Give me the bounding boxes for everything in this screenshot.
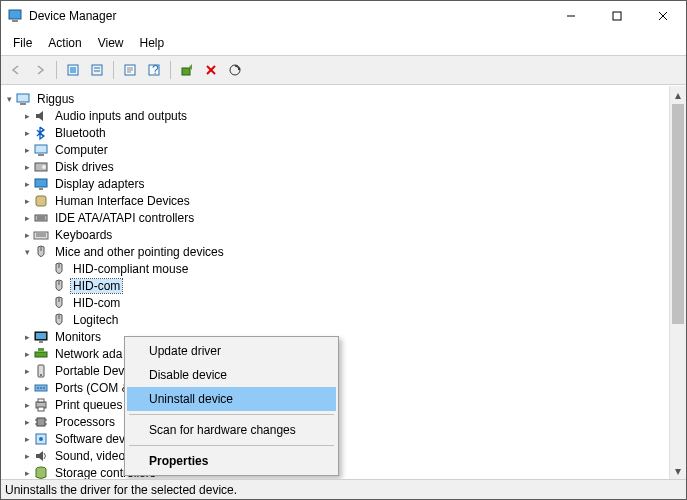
context-menu-item-3[interactable]: Scan for hardware changes [127,418,336,442]
computer-root-icon [15,91,31,107]
scroll-up-icon[interactable]: ▴ [670,86,686,103]
toolbar-separator [56,61,57,79]
close-button[interactable] [640,1,686,31]
toolbar: ? [1,56,686,85]
menu-help[interactable]: Help [132,33,173,53]
svg-rect-1 [12,20,18,22]
tree-node-label: Bluetooth [53,126,108,140]
context-menu-item-0[interactable]: Update driver [127,339,336,363]
expander-icon[interactable]: ▸ [21,128,33,138]
expander-icon[interactable]: ▸ [21,162,33,172]
tree-category-1[interactable]: ▸Bluetooth [3,125,669,141]
tree-category-2[interactable]: ▸Computer [3,142,669,158]
tree-device-8-3[interactable]: Logitech [3,312,669,328]
menu-action[interactable]: Action [40,33,89,53]
tree-node-label: Processors [53,415,117,429]
svg-rect-0 [9,10,21,19]
expander-icon[interactable]: ▸ [21,179,33,189]
tree-node-label: IDE ATA/ATAPI controllers [53,211,196,225]
scroll-thumb[interactable] [672,104,684,324]
window-title: Device Manager [29,9,548,23]
computer-icon [33,142,49,158]
tree-device-8-1[interactable]: HID-com [3,278,669,294]
expander-icon[interactable]: ▸ [21,451,33,461]
cpu-icon [33,414,49,430]
tree-node-label: Ports (COM & [53,381,132,395]
svg-rect-23 [35,145,47,153]
expander-icon[interactable]: ▸ [21,111,33,121]
svg-point-47 [40,374,42,376]
expander-icon[interactable]: ▸ [21,230,33,240]
expander-icon[interactable]: ▸ [21,383,33,393]
expander-icon[interactable]: ▸ [21,417,33,427]
hid-icon [33,193,49,209]
up-level-button[interactable] [62,59,84,81]
expander-icon[interactable]: ▸ [21,400,33,410]
context-menu-item-4[interactable]: Properties [127,449,336,473]
svg-rect-24 [38,154,44,156]
vertical-scrollbar[interactable]: ▴ ▾ [669,86,686,479]
svg-rect-28 [39,188,43,190]
svg-point-26 [42,165,46,169]
tree-node-label: Keyboards [53,228,114,242]
uninstall-button[interactable] [200,59,222,81]
minimize-button[interactable] [548,1,594,31]
tree-node-label: Disk drives [53,160,116,174]
tree-category-8[interactable]: ▾Mice and other pointing devices [3,244,669,260]
expander-icon[interactable]: ▸ [21,145,33,155]
svg-rect-45 [38,348,44,351]
mouse-icon [51,261,67,277]
svg-point-61 [39,437,43,441]
context-menu-item-2[interactable]: Uninstall device [127,387,336,411]
tree-device-8-0[interactable]: HID-compliant mouse [3,261,669,277]
tree-device-8-2[interactable]: HID-com [3,295,669,311]
tree-category-6[interactable]: ▸IDE ATA/ATAPI controllers [3,210,669,226]
svg-rect-17 [182,68,190,75]
svg-rect-3 [613,12,621,20]
app-icon [7,8,23,24]
maximize-button[interactable] [594,1,640,31]
tree-category-0[interactable]: ▸Audio inputs and outputs [3,108,669,124]
help-button[interactable]: ? [143,59,165,81]
svg-rect-43 [39,341,43,343]
tree-category-3[interactable]: ▸Disk drives [3,159,669,175]
expander-icon[interactable]: ▾ [21,247,33,257]
menu-view[interactable]: View [90,33,132,53]
back-button[interactable] [5,59,27,81]
tree-category-5[interactable]: ▸Human Interface Devices [3,193,669,209]
show-hidden-button[interactable] [86,59,108,81]
menu-file[interactable]: File [5,33,40,53]
context-menu-item-1[interactable]: Disable device [127,363,336,387]
svg-rect-7 [70,67,76,73]
forward-button[interactable] [29,59,51,81]
tree-node-label: HID-com [71,279,122,293]
disk-icon [33,159,49,175]
audio-icon [33,108,49,124]
tree-node-label: Network ada [53,347,124,361]
expander-icon[interactable]: ▸ [21,196,33,206]
context-menu-separator [129,445,334,446]
storage-icon [33,465,49,479]
svg-rect-54 [38,407,44,411]
expander-icon[interactable]: ▸ [21,349,33,359]
expander-icon[interactable]: ▸ [21,332,33,342]
expander-icon[interactable]: ▸ [21,468,33,478]
mouse-icon [33,244,49,260]
expander-icon[interactable]: ▸ [21,213,33,223]
expander-icon[interactable]: ▸ [21,434,33,444]
toolbar-separator [170,61,171,79]
svg-point-51 [43,387,45,389]
update-driver-button[interactable] [176,59,198,81]
scan-hardware-button[interactable] [224,59,246,81]
tree-root[interactable]: ▾Riggus [3,91,669,107]
expander-icon[interactable]: ▸ [21,366,33,376]
tree-node-label: HID-com [71,296,122,310]
properties-button[interactable] [119,59,141,81]
ide-icon [33,210,49,226]
tree-node-label: Audio inputs and outputs [53,109,189,123]
tree-category-7[interactable]: ▸Keyboards [3,227,669,243]
svg-rect-29 [36,196,46,206]
scroll-down-icon[interactable]: ▾ [670,462,686,479]
expander-icon[interactable]: ▾ [3,94,15,104]
tree-category-4[interactable]: ▸Display adapters [3,176,669,192]
